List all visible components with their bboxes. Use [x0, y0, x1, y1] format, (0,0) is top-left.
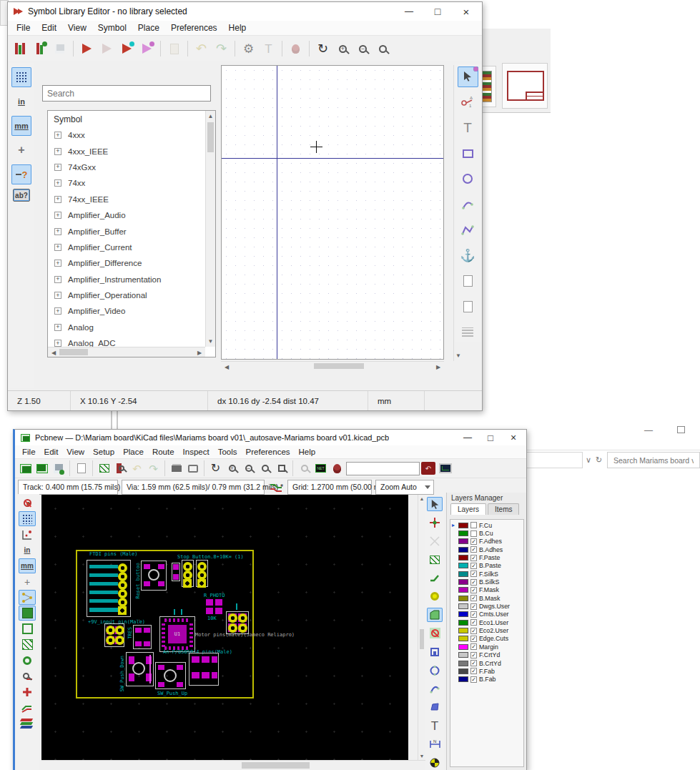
pcb-vertical-scrollbar[interactable]: ▲ ▼ — [418, 495, 425, 760]
layer-color-swatch[interactable] — [458, 620, 468, 626]
layer-color-swatch[interactable] — [458, 587, 468, 593]
save-library-icon[interactable] — [51, 40, 69, 58]
library-browser-icon[interactable] — [113, 461, 128, 476]
explorer-minimize-button[interactable]: — — [638, 423, 659, 438]
tree-row[interactable]: + Amplifier_Audio — [48, 207, 215, 223]
explorer-restore-button[interactable] — [677, 426, 685, 433]
scroll-up-icon[interactable]: ▲ — [418, 496, 425, 501]
layer-row[interactable]: ✓ F.CrtYd — [450, 651, 523, 659]
scrollbar-thumb[interactable] — [314, 363, 364, 369]
address-dropdown-icon[interactable]: ∨ — [586, 455, 591, 465]
menu-item[interactable]: Route — [148, 446, 179, 458]
layer-visibility-checkbox[interactable]: ✓ — [470, 563, 477, 569]
maximize-button[interactable]: □ — [423, 2, 452, 21]
layer-row[interactable]: ✓ F.Mask — [450, 586, 523, 594]
menu-item[interactable]: Place — [119, 446, 148, 458]
layer-row[interactable]: ✓ B.CrtYd — [450, 659, 523, 667]
layer-visibility-checkbox[interactable] — [470, 530, 477, 537]
layer-color-swatch[interactable] — [458, 547, 468, 553]
add-text-icon[interactable]: T — [427, 719, 443, 733]
tree-row[interactable]: + Amplifier_Instrumentation — [48, 272, 215, 287]
layer-visibility-checkbox[interactable]: ✓ — [470, 619, 477, 626]
menu-item[interactable]: Help — [223, 21, 252, 34]
toolbar-search-input[interactable] — [346, 462, 420, 475]
layer-row[interactable]: ▸ F.Cu — [450, 521, 523, 529]
layer-row[interactable]: ✓ Eco2.User — [450, 626, 523, 634]
vias-sketch-icon[interactable] — [19, 653, 36, 668]
expand-icon[interactable]: + — [54, 228, 61, 235]
menu-item[interactable]: Tools — [214, 446, 242, 458]
menu-item[interactable]: File — [11, 21, 36, 34]
layer-row[interactable]: ✓ F.SilkS — [450, 570, 523, 578]
select-tool-icon[interactable] — [427, 497, 443, 511]
layer-row[interactable]: ✓ Eco1.User — [450, 618, 523, 626]
pcb-titlebar[interactable]: Pcbnew — D:\Mariam board\KiCad files\Mar… — [15, 430, 526, 445]
scroll-down-icon[interactable]: ▼ — [418, 754, 425, 759]
layer-row[interactable]: ✓ F.Adhes — [450, 538, 523, 546]
expand-icon[interactable]: + — [54, 276, 61, 283]
add-zone-icon[interactable] — [427, 608, 443, 622]
layer-color-swatch[interactable] — [458, 579, 468, 585]
layer-row[interactable]: ✓ B.Paste — [450, 562, 523, 570]
tree-horizontal-scrollbar[interactable]: ◀ ▶ — [48, 347, 205, 357]
tab-items[interactable]: Items — [488, 503, 519, 515]
menu-item[interactable]: Help — [295, 446, 320, 458]
layer-visibility-checkbox[interactable]: ✓ — [470, 643, 477, 650]
undo-icon[interactable]: ↶ — [192, 40, 210, 58]
anchor-icon[interactable]: ⚓ — [458, 245, 478, 266]
menu-item[interactable]: View — [62, 21, 92, 34]
scrollbar-thumb[interactable] — [59, 349, 88, 355]
zoom-out-icon[interactable]: − — [354, 40, 372, 58]
tree-row[interactable]: + Amplifier_Difference — [48, 255, 215, 271]
layer-color-swatch[interactable] — [458, 644, 468, 650]
layer-color-swatch[interactable] — [458, 571, 468, 577]
import-drawing-icon[interactable] — [458, 271, 478, 292]
text-properties-icon[interactable]: T — [260, 40, 277, 58]
explorer-search-input[interactable] — [607, 452, 700, 468]
pin-help-icon[interactable]: ? — [11, 164, 31, 184]
scroll-down-icon[interactable]: ▼ — [454, 352, 463, 359]
expand-icon[interactable]: + — [54, 179, 61, 187]
track-width-select[interactable]: Track: 0.400 mm (15.75 mils) * — [18, 480, 118, 495]
redo-icon[interactable]: ↷ — [212, 40, 230, 58]
zone-cutout-icon[interactable] — [427, 645, 443, 659]
add-text-icon[interactable]: T — [458, 117, 478, 138]
layer-row[interactable]: ✓ Margin — [450, 643, 523, 651]
menu-item[interactable]: Inspect — [179, 446, 214, 458]
tracks-display-icon[interactable] — [19, 700, 36, 715]
highlight-net-icon[interactable] — [427, 515, 443, 530]
zoom-fit-icon[interactable] — [374, 40, 392, 58]
layer-visibility-checkbox[interactable]: ✓ — [470, 595, 477, 601]
add-arc-icon[interactable] — [458, 194, 478, 215]
layer-color-swatch[interactable] — [458, 538, 468, 544]
menu-item[interactable]: Preferences — [165, 21, 223, 34]
diff-pair-icon[interactable] — [268, 479, 284, 495]
layer-color-swatch[interactable] — [458, 611, 468, 617]
layer-visibility-checkbox[interactable]: ✓ — [470, 538, 477, 545]
expand-icon[interactable]: + — [54, 307, 61, 315]
menu-item[interactable]: View — [62, 446, 89, 458]
explorer-addressbar-fragment[interactable] — [527, 452, 583, 468]
layer-color-swatch[interactable] — [458, 563, 468, 568]
scroll-up-icon[interactable]: ▲ — [206, 113, 215, 119]
layer-color-swatch[interactable] — [458, 652, 468, 658]
settings-gear-icon[interactable]: ⚙ — [240, 40, 257, 58]
layer-color-swatch[interactable] — [458, 661, 468, 666]
tracks-sketch-icon[interactable] — [19, 684, 36, 699]
layer-visibility-checkbox[interactable]: ✓ — [470, 652, 477, 658]
expand-icon[interactable]: + — [54, 244, 61, 251]
layer-color-swatch[interactable] — [458, 676, 468, 682]
save-symbol-icon[interactable] — [98, 40, 116, 58]
add-keepout-icon[interactable] — [427, 626, 443, 641]
zoom-fit-icon[interactable] — [257, 461, 272, 476]
maximize-button[interactable]: □ — [479, 430, 502, 445]
add-library-icon[interactable] — [31, 40, 49, 58]
scroll-right-icon[interactable]: ▶ — [196, 350, 203, 356]
net-inspector-icon[interactable]: NET — [313, 461, 328, 476]
layer-visibility-checkbox[interactable]: ✓ — [470, 611, 477, 618]
grid-toggle-icon[interactable] — [11, 67, 31, 87]
similar-zone-icon[interactable] — [427, 663, 443, 677]
expand-icon[interactable]: + — [54, 148, 61, 155]
tree-vertical-scrollbar[interactable]: ▲ ▼ — [205, 111, 215, 347]
units-inch-icon[interactable]: in — [11, 92, 31, 112]
